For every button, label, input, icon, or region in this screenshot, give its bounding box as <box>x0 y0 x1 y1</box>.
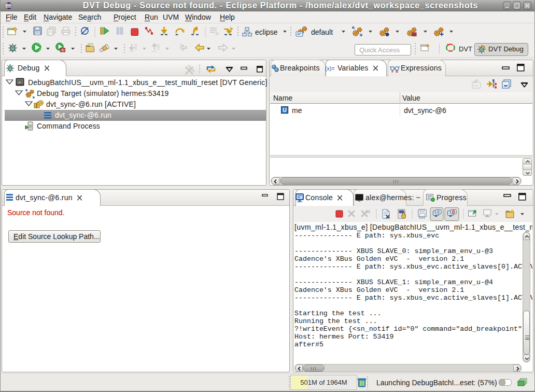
svg-text:U: U <box>283 107 287 113</box>
svg-text:eclipse: eclipse <box>255 28 278 36</box>
svg-text:default: default <box>311 28 333 36</box>
